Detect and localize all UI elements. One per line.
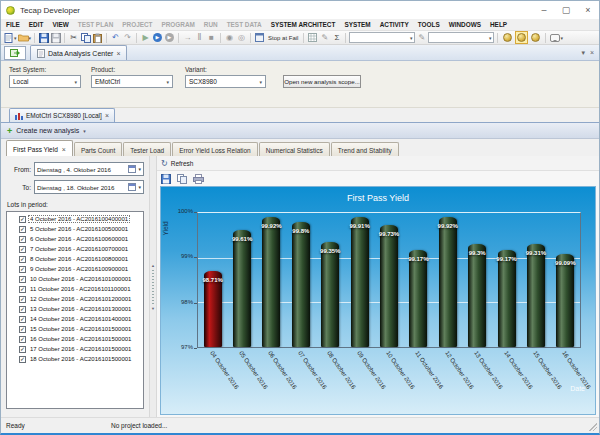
lot-list-item[interactable]: ✓16 October 2016 - AC2016101500001 <box>7 334 143 344</box>
paste-icon[interactable] <box>92 32 103 44</box>
tab-emotctrl-scx8980[interactable]: EMotCtrl SCX8980 [Local] × <box>9 108 115 122</box>
resize-grip[interactable] <box>589 423 597 431</box>
scope-view-3-icon[interactable] <box>529 31 542 44</box>
lot-list-item[interactable]: ✓6 October 2016 - AC2016100600001 <box>7 234 143 244</box>
analysis-tab-close-icon[interactable]: × <box>62 146 66 153</box>
lot-list-item[interactable]: ✓7 October 2016 - AC2016100700001 <box>7 244 143 254</box>
bar-07-october-2016[interactable] <box>292 222 310 347</box>
menu-help[interactable]: HELP <box>490 21 507 28</box>
lot-list-item[interactable]: ✓11 October 2016 - AC2016101100001 <box>7 284 143 294</box>
lot-checkbox[interactable]: ✓ <box>19 276 26 283</box>
save-all-icon[interactable] <box>50 32 61 44</box>
cut-icon[interactable]: ✂ <box>68 32 79 44</box>
minimize-button[interactable]: – <box>533 2 555 18</box>
create-analysis-dropdown-icon[interactable]: ▾ <box>83 128 86 134</box>
splitter-grip[interactable] <box>152 270 154 304</box>
lot-list-item[interactable]: ✓5 October 2016 - AC2016100500001 <box>7 224 143 234</box>
variant-select[interactable]: SCX8980▾ <box>185 75 266 88</box>
create-new-analysis-link[interactable]: Create new analysis <box>16 127 79 134</box>
menu-edit[interactable]: EDIT <box>29 21 44 28</box>
redo-icon[interactable]: ↷ <box>122 32 133 44</box>
from-date-picker[interactable]: Dienstag , 4. Oktober 2016 ▾ <box>34 162 144 176</box>
bar-15-october-2016[interactable] <box>527 244 545 347</box>
stop-at-fail-label[interactable]: Stop at Fail <box>268 35 298 41</box>
menu-activity[interactable]: ACTIVITY <box>380 21 409 28</box>
analysis-tab-parts-count[interactable]: Parts Count <box>74 142 122 157</box>
step-icon[interactable]: → <box>182 32 193 44</box>
bar-08-october-2016[interactable] <box>321 242 339 347</box>
maximize-button[interactable]: ▢ <box>555 2 577 18</box>
analysis-tab-trend-and-stability[interactable]: Trend and Stability <box>331 142 399 157</box>
refresh-button[interactable]: Refresh <box>171 160 194 167</box>
feedback-bubble-icon[interactable] <box>549 32 560 44</box>
grid-view-icon[interactable] <box>307 32 318 44</box>
copy-chart-icon[interactable] <box>177 174 187 184</box>
lot-checkbox[interactable]: ✓ <box>19 226 26 233</box>
bar-10-october-2016[interactable] <box>380 225 398 347</box>
tab-row-close-icon[interactable]: × <box>590 49 594 57</box>
lot-list-item[interactable]: ✓10 October 2016 - AC2016101000001 <box>7 274 143 284</box>
lot-checkbox[interactable]: ✓ <box>19 306 26 313</box>
menu-windows[interactable]: WINDOWS <box>449 21 481 28</box>
from-date-dropdown-icon[interactable]: ▾ <box>138 166 141 172</box>
close-button[interactable]: × <box>577 2 599 18</box>
lots-listbox[interactable]: ✓4 October 2016 - AC2016100400001✓5 Octo… <box>6 211 144 409</box>
lot-list-item[interactable]: ✓15 October 2016 - AC2016101500001 <box>7 324 143 334</box>
save-chart-icon[interactable] <box>161 174 171 184</box>
menu-system-architect[interactable]: SYSTEM ARCHITECT <box>271 21 336 28</box>
bar-06-october-2016[interactable] <box>262 217 280 347</box>
lot-checkbox[interactable]: ✓ <box>19 246 26 253</box>
lot-checkbox[interactable]: ✓ <box>19 296 26 303</box>
menu-file[interactable]: FILE <box>6 21 20 28</box>
toolbar-combo-2[interactable]: ▾ <box>428 32 494 43</box>
lot-list-item[interactable]: ✓4 October 2016 - AC2016100400001 <box>7 214 143 224</box>
bar-13-october-2016[interactable] <box>468 244 486 347</box>
pause-icon[interactable]: Ⅱ <box>194 32 205 44</box>
copy-icon[interactable] <box>80 32 91 44</box>
lot-list-item[interactable]: ✓9 October 2016 - AC2016100900001 <box>7 264 143 274</box>
menu-tools[interactable]: TOOLS <box>418 21 440 28</box>
analysis-tab-error-yield-loss-relation[interactable]: Error Yield Loss Relation <box>172 142 258 157</box>
print-chart-icon[interactable] <box>193 174 204 184</box>
bar-11-october-2016[interactable] <box>409 250 427 347</box>
lot-checkbox[interactable]: ✓ <box>19 286 26 293</box>
stop-icon[interactable]: ■ <box>206 32 217 44</box>
bar-14-october-2016[interactable] <box>498 250 516 347</box>
edit-chart-icon[interactable]: ✎ <box>319 32 330 44</box>
lot-list-item[interactable]: ✓14 October 2016 - AC2016101400001 <box>7 314 143 324</box>
run-to-cursor-icon[interactable]: ◎ <box>236 32 247 44</box>
tab-data-analysis-center[interactable]: Data Analysis Center × <box>30 45 127 60</box>
lot-checkbox[interactable]: ✓ <box>19 346 26 353</box>
scope-view-1-icon[interactable] <box>501 31 514 44</box>
open-folder-dropdown-icon[interactable]: ▾ <box>29 35 32 41</box>
bar-05-october-2016[interactable] <box>233 230 251 347</box>
lot-list-item[interactable]: ✓18 October 2016 - AC2016101500001 <box>7 354 143 364</box>
lot-checkbox[interactable]: ✓ <box>19 336 26 343</box>
run-circle-icon[interactable]: ▶ <box>152 32 163 44</box>
lot-list-item[interactable]: ✓13 October 2016 - AC2016101300001 <box>7 304 143 314</box>
stop-at-fail-icon[interactable] <box>254 32 265 44</box>
analysis-tab-numerical-statistics[interactable]: Numerical Statistics <box>259 142 330 157</box>
new-document-icon[interactable] <box>3 32 14 44</box>
lot-checkbox[interactable]: ✓ <box>19 236 26 243</box>
import-export-button[interactable] <box>4 46 26 60</box>
sigma-icon[interactable]: Σ <box>331 32 342 44</box>
run-all-circle-icon[interactable]: ▶ <box>164 32 175 44</box>
splitter-collapse-down-icon[interactable]: ▼ <box>151 306 155 311</box>
panel-splitter[interactable]: ▲ ▼ <box>149 156 157 417</box>
open-folder-icon[interactable] <box>18 32 29 44</box>
save-icon[interactable] <box>38 32 49 44</box>
bar-12-october-2016[interactable] <box>439 217 457 347</box>
new-document-dropdown-icon[interactable]: ▾ <box>14 35 17 41</box>
analysis-tab-tester-load[interactable]: Tester Load <box>123 142 171 157</box>
toolbar-combo-1[interactable]: ▾ <box>349 32 415 43</box>
feedback-dropdown-icon[interactable]: ▾ <box>560 35 563 41</box>
lot-checkbox[interactable]: ✓ <box>19 356 26 363</box>
tab-close-icon[interactable]: × <box>116 50 120 57</box>
open-analysis-scope-button[interactable]: Open new analysis scope... <box>283 75 361 88</box>
lot-list-item[interactable]: ✓17 October 2016 - AC2016101500001 <box>7 344 143 354</box>
to-date-dropdown-icon[interactable]: ▾ <box>138 184 141 190</box>
to-date-picker[interactable]: Dienstag , 18. Oktober 2016 ▾ <box>34 180 144 194</box>
menu-view[interactable]: VIEW <box>52 21 68 28</box>
lot-list-item[interactable]: ✓12 October 2016 - AC2016101200001 <box>7 294 143 304</box>
